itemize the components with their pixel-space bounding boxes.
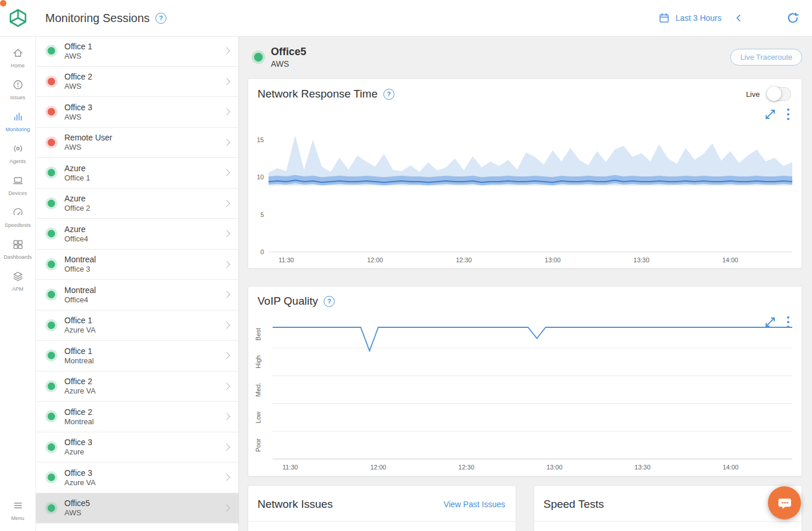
session-list-item[interactable]: Office 1 Montreal [36,341,238,371]
session-list-item[interactable]: Remote User AWS [36,128,238,158]
sidebar-item-monitoring[interactable]: Monitoring [0,106,35,138]
chevron-right-icon [223,504,230,512]
svg-text:12:00: 12:00 [367,257,383,263]
session-list-item[interactable]: Office 3 Azure VA [36,463,238,493]
chevron-right-icon [223,322,230,329]
sidebar-item-label: Speedtests [5,222,31,228]
chevron-right-icon [223,78,230,85]
chevron-right-icon [223,230,230,237]
session-detail-subtitle: AWS [271,59,306,68]
notification-dot [0,0,6,6]
help-icon[interactable]: ? [155,13,166,24]
kebab-menu-icon[interactable] [786,316,790,328]
chevron-right-icon [223,382,230,390]
chat-button[interactable] [768,486,801,519]
sidebar-item-label: Dashboards [3,254,32,260]
svg-text:High: High [255,355,262,369]
session-list-item[interactable]: Office 3 AWS [36,97,238,128]
status-dot [48,413,55,420]
sidebar-item-apm[interactable]: APM [0,265,35,297]
kebab-menu-icon[interactable] [786,108,790,121]
network-issues-card: Network Issues View Past Issues [248,485,516,531]
refresh-icon[interactable] [786,12,799,24]
session-title: Office 3 [64,468,96,478]
status-dot [48,382,55,390]
sessions-list: Office 1 AWS Office 2 AWS Office 3 AWS R… [36,36,238,531]
session-title: Remote User [64,133,112,142]
chevron-left-icon[interactable] [734,13,744,23]
sidebar-item-menu[interactable]: Menu [0,494,35,526]
session-detail-title: Office5 [271,46,306,58]
status-dot [48,261,55,268]
session-title: Office 2 [64,377,96,386]
expand-icon[interactable] [764,316,776,328]
svg-text:12:00: 12:00 [370,464,386,471]
session-title: Montreal [64,286,96,295]
dashboards-icon [12,239,24,252]
time-range-label[interactable]: Last 3 Hours [676,13,722,23]
svg-text:13:00: 13:00 [546,464,563,471]
session-list-item[interactable]: Azure Office 2 [36,189,238,219]
help-icon[interactable]: ? [324,296,335,307]
svg-text:11:30: 11:30 [282,464,298,471]
live-toggle[interactable] [767,87,791,101]
status-dot [48,352,55,359]
help-icon[interactable]: ? [383,89,394,100]
session-list-item[interactable]: Office 1 Azure VA [36,310,238,341]
session-list-item[interactable]: Office5 AWS [36,493,238,524]
session-title: Azure [64,194,90,203]
session-subtitle: Azure VA [64,326,96,334]
issues-icon [12,79,24,93]
session-list-item[interactable]: Office 2 Montreal [36,402,238,432]
session-list-item[interactable]: Azure Office4 [36,219,238,250]
monitoring-icon [12,111,24,125]
session-title: Office 3 [64,438,92,447]
chevron-right-icon [223,200,230,207]
menu-icon [12,500,24,514]
agents-icon [12,143,24,157]
session-list-item[interactable]: Remote User [36,523,238,531]
sidenav-items: Home Issues Monitoring Agents Devices Sp… [0,42,35,297]
chevron-right-icon [223,47,230,55]
svg-text:Low: Low [255,411,262,423]
view-past-issues-link[interactable]: View Past Issues [444,500,505,509]
status-dot [48,47,55,55]
session-subtitle: Azure VA [64,478,96,487]
session-subtitle: Office 1 [64,174,90,182]
session-subtitle: AWS [64,82,92,91]
expand-icon[interactable] [764,109,776,120]
live-traceroute-button[interactable]: Live Traceroute [730,49,802,66]
session-list-item[interactable]: Montreal Office4 [36,280,238,310]
chevron-right-icon [223,108,230,115]
sidebar-item-issues[interactable]: Issues [0,74,35,106]
session-title: Office 1 [64,316,96,325]
sidenav: Home Issues Monitoring Agents Devices Sp… [0,36,36,531]
status-dot [48,504,55,512]
status-dot [48,291,55,298]
session-subtitle: Office 3 [64,265,96,273]
session-subtitle: Azure VA [64,386,96,395]
calendar-icon[interactable] [658,12,670,24]
session-list-item[interactable]: Azure Office 1 [36,158,238,189]
main-content: Office5 AWS Live Traceroute Network Resp… [239,36,812,531]
svg-text:12:30: 12:30 [458,464,474,471]
sidebar-item-dashboards[interactable]: Dashboards [0,233,35,265]
session-list-item[interactable]: Montreal Office 3 [36,250,238,280]
voip-quality-chart: BestHighMed.LowPoor11:3012:0012:3013:001… [253,310,798,474]
session-list-item[interactable]: Office 3 Azure [36,432,238,463]
session-list-item[interactable]: Office 1 AWS [36,36,238,67]
chevron-right-icon [223,169,230,176]
session-subtitle: Office 2 [64,204,90,212]
sidebar-item-home[interactable]: Home [0,42,35,74]
session-list-item[interactable]: Office 2 AWS [36,67,238,97]
chevron-right-icon [223,413,230,420]
session-list-item[interactable]: Office 2 Azure VA [36,371,238,402]
session-detail-header: Office5 AWS Live Traceroute [248,36,802,78]
sidebar-item-label: Monitoring [5,127,30,132]
sidebar-item-speedtests[interactable]: Speedtests [0,201,35,233]
status-dot [48,169,55,176]
sidebar-item-agents[interactable]: Agents [0,138,35,169]
chevron-right-icon [223,443,230,451]
sidebar-item-devices[interactable]: Devices [0,169,35,201]
app-logo[interactable] [0,6,36,30]
